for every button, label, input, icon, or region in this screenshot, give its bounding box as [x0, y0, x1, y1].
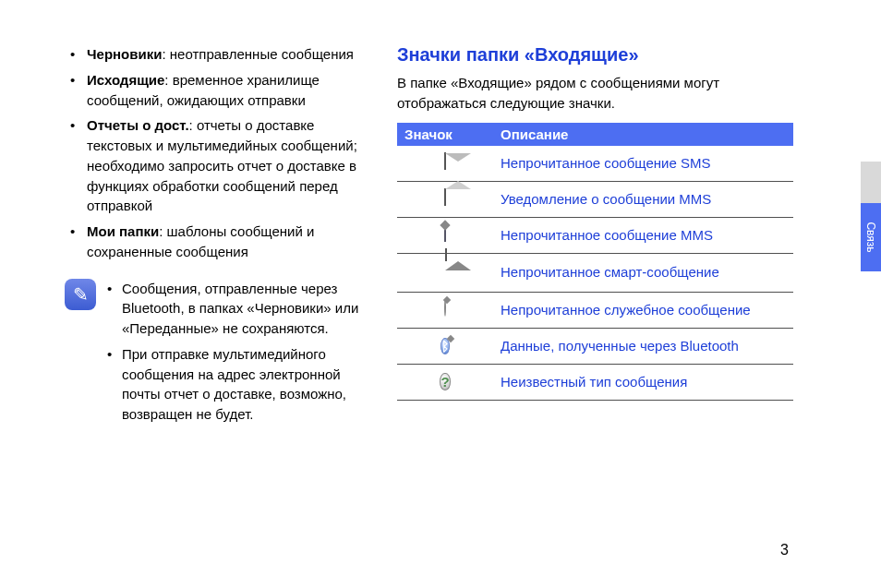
table-row: Непрочитанное сообщение MMS — [397, 217, 793, 253]
definition-list: Черновики: неотправленные сообщения Исхо… — [65, 44, 365, 262]
section-heading: Значки папки «Входящие» — [397, 44, 793, 66]
note-box: Сообщения, отправленные через Bluetooth,… — [65, 279, 365, 447]
note-item: При отправке мультимедийного сообщения н… — [107, 344, 365, 425]
description-cell: Уведомление о сообщении MMS — [493, 181, 793, 217]
list-item: Отчеты о дост.: отчеты о доставке тексто… — [65, 115, 365, 216]
list-item: Исходящие: временное хранилище сообщений… — [65, 70, 365, 111]
definition: : неотправленные сообщения — [162, 46, 353, 62]
table-row: ? Неизвестный тип сообщения — [397, 364, 793, 400]
envelope-closed-icon — [431, 153, 459, 174]
table-row: Непрочитанное сообщение SMS — [397, 146, 793, 182]
description-cell: Непрочитанное смарт-сообщение — [493, 253, 793, 292]
description-cell: Непрочитанное сообщение MMS — [493, 217, 793, 253]
globe-icon — [431, 300, 459, 320]
column-header-desc: Описание — [493, 123, 793, 146]
note-icon — [65, 279, 96, 310]
description-cell: Непрочитанное служебное сообщение — [493, 292, 793, 328]
description-cell: Данные, полученные через Bluetooth — [493, 328, 793, 364]
term: Исходящие — [87, 72, 164, 88]
section-tab-label: Связь — [864, 222, 877, 252]
icon-cell — [397, 181, 493, 217]
term: Черновики — [87, 46, 162, 62]
icon-cell: ᛒ — [397, 328, 493, 364]
list-item: Мои папки: шаблоны сообщений и сохраненн… — [65, 222, 365, 262]
description-cell: Неизвестный тип сообщения — [493, 364, 793, 400]
note-list: Сообщения, отправленные через Bluetooth,… — [107, 279, 365, 430]
document-page: Черновики: неотправленные сообщения Исхо… — [0, 0, 881, 588]
section-tab: Связь — [861, 203, 881, 271]
list-item: Черновики: неотправленные сообщения — [65, 44, 365, 65]
mms-picture-icon — [431, 225, 459, 246]
gray-tab-icon — [861, 162, 881, 203]
table-row: Уведомление о сообщении MMS — [397, 181, 793, 217]
term: Мои папки — [87, 223, 159, 239]
note-item: Сообщения, отправленные через Bluetooth,… — [107, 279, 365, 339]
right-column: Значки папки «Входящие» В папке «Входящи… — [379, 0, 815, 588]
table-row: Непрочитанное смарт-сообщение — [397, 253, 793, 292]
term: Отчеты о дост. — [87, 117, 189, 133]
section-intro: В папке «Входящие» рядом с сообщениями м… — [397, 73, 793, 114]
question-mark-icon: ? — [431, 372, 459, 392]
icon-cell — [397, 253, 493, 292]
table-row: ᛒ Данные, полученные через Bluetooth — [397, 328, 793, 364]
table-row: Непрочитанное служебное сообщение — [397, 292, 793, 328]
left-column: Черновики: неотправленные сообщения Исхо… — [0, 0, 379, 588]
margin-strip: Связь — [815, 0, 881, 588]
description-cell: Непрочитанное сообщение SMS — [493, 146, 793, 182]
icon-description-table: Значок Описание Непрочитанное сообщение … — [397, 123, 793, 401]
icon-cell: ? — [397, 364, 493, 400]
bluetooth-icon: ᛒ — [431, 336, 459, 356]
envelope-open-icon — [431, 189, 459, 210]
smart-message-icon — [431, 261, 459, 282]
icon-cell — [397, 292, 493, 328]
page-number: 3 — [780, 542, 789, 558]
icon-cell — [397, 146, 493, 182]
column-header-icon: Значок — [397, 123, 493, 146]
